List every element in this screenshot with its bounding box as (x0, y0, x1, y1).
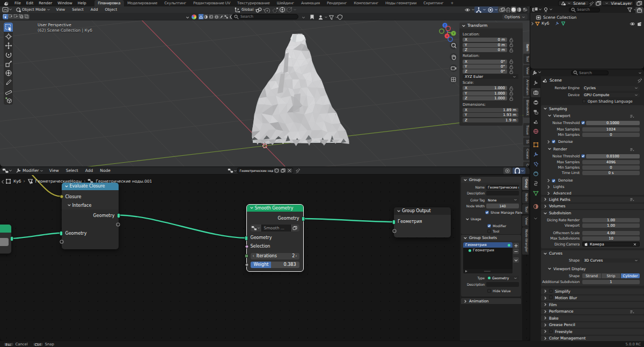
select-intersect-button[interactable] (24, 14, 30, 19)
select-invert-button[interactable] (19, 14, 24, 19)
weight-in-socket[interactable] (245, 263, 249, 267)
closure-in-socket[interactable] (60, 194, 64, 199)
render-denoise-checkbox[interactable] (552, 179, 555, 183)
select-set-button[interactable] (3, 14, 8, 19)
selection-in-socket[interactable] (245, 244, 249, 249)
tool-rotate-button[interactable] (4, 50, 13, 59)
lock-icon[interactable] (509, 59, 513, 64)
zoom-icon[interactable] (450, 42, 457, 49)
curves-shape-dropdown[interactable]: 3D Curves (582, 258, 640, 263)
workspace-tab-4[interactable]: Текстурирование (233, 0, 273, 6)
shading-solid-button[interactable] (511, 6, 517, 13)
sidebar-tab-view[interactable]: View (523, 65, 530, 76)
lights-expand-icon[interactable] (546, 185, 551, 189)
workspace-tab-5[interactable]: Шейдинг (273, 0, 297, 6)
blenderkit-scene-button[interactable] (209, 14, 214, 19)
tool-annotate-button[interactable] (4, 77, 13, 86)
breadcrumb-object[interactable]: Куб (13, 179, 21, 184)
properties-tab-render[interactable] (531, 88, 540, 97)
properties-tab-view-layer[interactable] (531, 107, 540, 117)
subdivision-row-3-field[interactable]: 10 (582, 236, 640, 241)
show-manage-panel-checkbox[interactable] (485, 211, 489, 214)
hide-value-checkbox[interactable] (487, 289, 491, 293)
viewport-row-0-checkbox[interactable] (581, 121, 585, 125)
node-menu-select[interactable]: Select (62, 168, 82, 174)
geometry-in-socket[interactable] (392, 220, 396, 225)
breadcrumb-back-icon[interactable] (1, 179, 4, 184)
light-paths-preset-icon[interactable] (630, 197, 634, 202)
node-header[interactable]: Group Output (394, 207, 451, 215)
node-tab-node[interactable]: Node (522, 191, 529, 204)
sampling-panel-header[interactable]: Sampling (541, 106, 644, 112)
scene-collection-label[interactable]: Scene Collection (543, 15, 576, 20)
node-partial-left[interactable] (0, 225, 11, 254)
sampling-render-preset-icon[interactable] (630, 147, 634, 152)
scene-name[interactable]: Scene (573, 1, 586, 6)
bottom-panel-3-panel-header[interactable]: Performance (541, 309, 644, 315)
virtual-out-socket[interactable] (116, 222, 120, 227)
lock-icon[interactable] (509, 48, 513, 53)
show-gizmos-toggle[interactable] (474, 6, 487, 13)
lock-icon[interactable] (509, 69, 513, 74)
sampling-viewport-panel-header[interactable]: Viewport (541, 113, 644, 119)
blenderkit-logo-icon[interactable] (192, 15, 196, 19)
breadcrumb-label[interactable]: Scene (550, 78, 562, 83)
properties-tabs-overflow[interactable] (531, 214, 540, 223)
subdivision-row-2-field[interactable]: 4.00 (582, 231, 640, 236)
tool-add-cube-button[interactable] (4, 96, 13, 105)
node-overlays-toggle[interactable] (503, 168, 511, 174)
partial-node-widget[interactable] (0, 238, 9, 246)
node-header[interactable]: Evaluate Closure (62, 183, 119, 190)
bottom-panel-5-panel-header[interactable]: Grease Pencil (541, 322, 644, 328)
bottom-panel-2-panel-header[interactable]: Film (541, 302, 644, 308)
node-tree-type-dropdown[interactable]: Modifier (13, 168, 46, 174)
bottom-panel-0-checkbox[interactable] (549, 289, 553, 293)
curves-panel-header[interactable]: Curves (541, 251, 644, 257)
menu-window[interactable]: Window (55, 0, 75, 6)
node-tab-view[interactable]: View (522, 215, 529, 227)
usage-tool-checkbox[interactable] (487, 229, 491, 233)
transform-panel-header[interactable]: Transform (459, 23, 523, 28)
workspace-tab-0[interactable]: Планировка (94, 0, 124, 6)
geometry-in-socket[interactable] (245, 236, 248, 241)
node-evaluate-closure[interactable]: Evaluate ClosureClosureInterfaceGeometry… (62, 183, 119, 249)
virtual-in-socket[interactable] (60, 240, 64, 244)
node-pin-icon[interactable] (295, 168, 301, 174)
sidebar-tab-blenderkit[interactable]: BlenderKit (523, 98, 530, 118)
properties-tab-output[interactable] (531, 98, 540, 107)
viewport-row-2-field[interactable]: 0 (582, 133, 640, 138)
osl-checkbox[interactable] (582, 99, 586, 103)
workspace-tab-8[interactable]: Композитинг (350, 0, 382, 6)
sidebar-tab-tool[interactable]: Tool (523, 54, 530, 64)
transform-field[interactable]: Y0° (463, 64, 507, 69)
properties-tab-material[interactable] (531, 202, 540, 211)
view-layer-selector[interactable]: ViewLayer (602, 1, 634, 6)
bottom-panel-0-panel-header[interactable]: Simplify (541, 288, 644, 294)
decrement-arrow[interactable]: ‹ (252, 254, 255, 259)
viewport-canvas[interactable]: User Perspective(62) Scene Collection | … (0, 20, 530, 167)
sidebar-tab-create[interactable]: Create (523, 147, 530, 161)
tool-measure-button[interactable] (4, 86, 13, 96)
modifier-wrench-icon[interactable] (555, 21, 560, 26)
bottom-panel-1-checkbox[interactable] (549, 295, 553, 299)
subdivision-row-1-field[interactable]: 1.00 (582, 223, 640, 228)
viewport-menu-object[interactable]: Object (101, 6, 121, 13)
node-group-output[interactable]: Group OutputГеометрия (394, 207, 451, 237)
editor-type-geometry-nodes-icon[interactable] (2, 168, 12, 174)
advanced-row[interactable]: Advanced (546, 191, 572, 196)
node-tab-node-wrangler[interactable]: Node Wrangler (522, 227, 529, 254)
group-name-field[interactable]: Smooth ... (261, 225, 291, 232)
expand-cube-icon[interactable] (530, 21, 535, 26)
sidebar-tab-tissue[interactable]: Tissue (523, 123, 530, 137)
workspace-tab-3[interactable]: Редактирование UV (189, 0, 233, 6)
node-menu-view[interactable]: View (46, 168, 62, 174)
sidebar-tab-ss[interactable]: SS (523, 138, 530, 146)
unlink-node-tree-button[interactable] (287, 168, 293, 174)
blender-logo-icon[interactable] (3, 1, 9, 6)
copy-scene-button[interactable] (595, 1, 602, 6)
workspace-tab-6[interactable]: Анимация (297, 0, 323, 6)
workspace-tab-9[interactable]: Ноды геометрии (382, 0, 420, 6)
transform-field[interactable]: Z0° (463, 69, 507, 74)
group-name-input[interactable]: Геометрические но... (486, 185, 519, 190)
camera-view-icon[interactable] (450, 64, 457, 72)
